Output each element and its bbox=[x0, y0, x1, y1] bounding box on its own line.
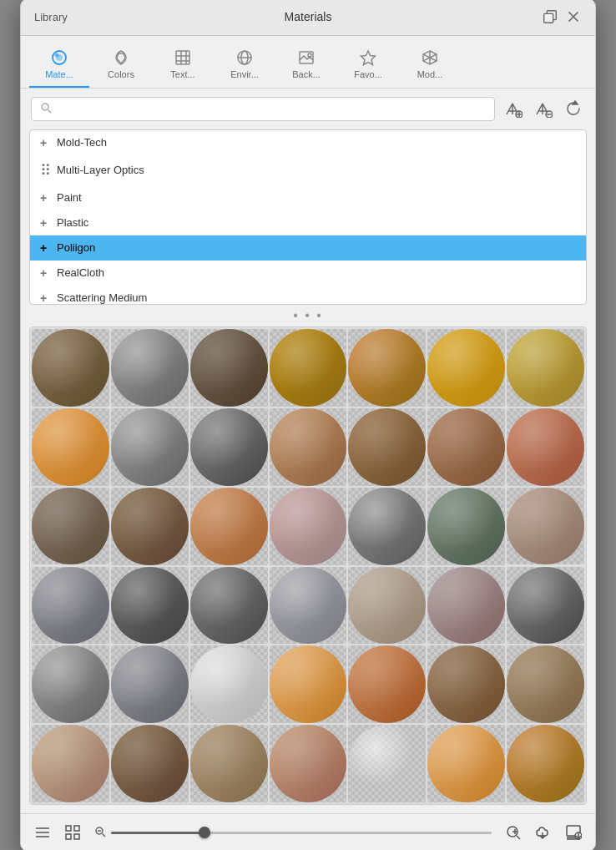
library-label: Library bbox=[34, 11, 101, 23]
title-bar-icons bbox=[515, 8, 582, 25]
cat-item-plastic[interactable]: + Plastic bbox=[30, 210, 586, 235]
list-item[interactable] bbox=[270, 725, 347, 802]
expand-dots[interactable]: • • • bbox=[21, 305, 595, 326]
list-item[interactable] bbox=[427, 329, 505, 407]
list-item[interactable] bbox=[348, 567, 426, 645]
cat-item-paint[interactable]: + Paint bbox=[30, 185, 586, 210]
zoom-slider-track[interactable] bbox=[111, 832, 492, 834]
tab-colors-label: Colors bbox=[108, 69, 134, 79]
cat-item-mold-tech[interactable]: + Mold-Tech bbox=[30, 130, 586, 155]
svg-rect-36 bbox=[66, 826, 71, 831]
favorites-icon bbox=[358, 48, 378, 68]
svg-line-44 bbox=[517, 836, 520, 839]
list-item[interactable] bbox=[32, 725, 109, 802]
list-view-button[interactable] bbox=[31, 821, 54, 844]
list-item[interactable] bbox=[270, 329, 347, 407]
list-item[interactable] bbox=[190, 567, 268, 645]
list-item[interactable] bbox=[507, 488, 584, 565]
category-list: + Mold-Tech ⠿ Multi-Layer Optics + Paint… bbox=[29, 129, 587, 305]
list-item[interactable] bbox=[111, 725, 189, 802]
add-library-button[interactable] bbox=[502, 97, 525, 120]
zoom-out-icon bbox=[94, 826, 106, 840]
list-item[interactable] bbox=[427, 488, 505, 565]
search-box[interactable] bbox=[31, 97, 495, 121]
list-item[interactable] bbox=[111, 567, 189, 645]
list-item[interactable] bbox=[111, 488, 189, 565]
grid-view-button[interactable] bbox=[61, 821, 84, 844]
list-item[interactable] bbox=[507, 645, 584, 723]
list-item[interactable] bbox=[190, 488, 268, 565]
zoom-slider-container bbox=[94, 826, 492, 840]
list-item[interactable] bbox=[427, 567, 505, 645]
list-item[interactable] bbox=[190, 645, 268, 723]
list-item[interactable] bbox=[348, 645, 426, 723]
tab-textures[interactable]: Text... bbox=[153, 43, 213, 88]
list-item[interactable] bbox=[270, 488, 347, 565]
svg-marker-18 bbox=[361, 51, 376, 65]
tabs-bar: Mate... Colors bbox=[21, 36, 595, 89]
tab-environments-label: Envir... bbox=[230, 69, 259, 79]
close-button[interactable] bbox=[565, 8, 582, 25]
cat-expand-icon: + bbox=[40, 136, 50, 149]
material-grid bbox=[30, 327, 586, 804]
list-item[interactable] bbox=[32, 408, 109, 486]
list-item[interactable] bbox=[427, 408, 505, 486]
list-item[interactable] bbox=[427, 725, 505, 802]
list-item[interactable] bbox=[111, 329, 189, 407]
list-item[interactable] bbox=[270, 645, 347, 723]
list-item[interactable] bbox=[348, 408, 426, 486]
export-button[interactable] bbox=[562, 821, 585, 844]
tab-environments[interactable]: Envir... bbox=[215, 43, 275, 88]
list-item[interactable] bbox=[507, 329, 584, 407]
list-item[interactable] bbox=[348, 488, 426, 565]
cat-expand-icon: + bbox=[40, 291, 50, 305]
backgrounds-icon bbox=[296, 48, 316, 68]
bottom-toolbar bbox=[21, 813, 595, 850]
list-item[interactable] bbox=[190, 408, 268, 486]
tab-backgrounds-label: Back... bbox=[292, 69, 321, 79]
cat-dots-icon: ⠿ bbox=[40, 161, 50, 180]
refresh-button[interactable] bbox=[562, 97, 585, 120]
list-item[interactable] bbox=[507, 567, 584, 645]
colors-icon bbox=[111, 48, 131, 68]
tab-favorites-label: Favo... bbox=[354, 69, 382, 79]
list-item[interactable] bbox=[111, 645, 189, 723]
cat-expand-icon: + bbox=[40, 216, 50, 230]
list-item[interactable] bbox=[32, 645, 109, 723]
tab-models[interactable]: Mod... bbox=[400, 43, 460, 88]
cat-item-scattering[interactable]: + Scattering Medium bbox=[30, 286, 586, 305]
list-item[interactable] bbox=[111, 408, 189, 486]
tab-colors[interactable]: Colors bbox=[91, 43, 151, 88]
cat-name-scattering: Scattering Medium bbox=[57, 291, 147, 304]
svg-point-6 bbox=[55, 53, 59, 57]
tab-favorites[interactable]: Favo... bbox=[338, 43, 398, 88]
list-item[interactable] bbox=[507, 725, 584, 802]
cat-expand-icon: + bbox=[40, 266, 50, 280]
list-item[interactable] bbox=[270, 567, 347, 645]
list-item[interactable] bbox=[348, 329, 426, 407]
list-item[interactable] bbox=[32, 488, 109, 565]
svg-rect-38 bbox=[66, 834, 71, 839]
list-item[interactable] bbox=[32, 567, 109, 645]
list-item[interactable] bbox=[427, 645, 505, 723]
cat-item-poliigon[interactable]: + Poliigon bbox=[30, 235, 586, 261]
cat-item-realcloth[interactable]: + RealCloth bbox=[30, 261, 586, 286]
cat-item-multi-layer[interactable]: ⠿ Multi-Layer Optics bbox=[30, 155, 586, 185]
list-item[interactable] bbox=[32, 329, 109, 407]
zoom-slider-thumb[interactable] bbox=[199, 827, 210, 838]
search-input[interactable] bbox=[57, 103, 486, 115]
duplicate-button[interactable] bbox=[542, 8, 558, 25]
list-item[interactable] bbox=[270, 408, 347, 486]
zoom-search-button[interactable] bbox=[502, 821, 525, 844]
tab-materials[interactable]: Mate... bbox=[29, 43, 89, 88]
remove-library-button[interactable] bbox=[532, 97, 555, 120]
svg-rect-39 bbox=[74, 834, 79, 839]
tab-models-label: Mod... bbox=[417, 69, 443, 79]
list-item[interactable] bbox=[507, 408, 584, 486]
cloud-button[interactable] bbox=[532, 821, 555, 844]
list-item[interactable] bbox=[190, 329, 268, 407]
list-item[interactable] bbox=[348, 725, 426, 802]
list-item[interactable] bbox=[190, 725, 268, 802]
cat-name-poliigon: Poliigon bbox=[57, 241, 95, 254]
tab-backgrounds[interactable]: Back... bbox=[276, 43, 336, 88]
